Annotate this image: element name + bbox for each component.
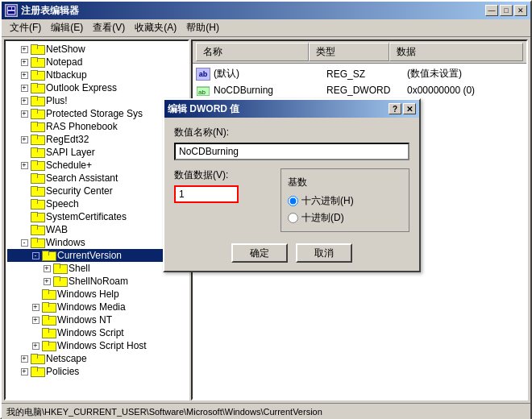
reg-icon-bin: ab: [196, 84, 210, 97]
dialog-left-col: 数值数据(V):: [174, 168, 271, 232]
ok-button[interactable]: 确定: [231, 243, 288, 263]
tree-item-protectedstorage[interactable]: + Protected Storage Sys: [7, 107, 186, 120]
status-bar: 我的电脑\HKEY_CURRENT_USER\Software\Microsof…: [2, 403, 530, 419]
tree-item-policies[interactable]: + Policies: [7, 365, 186, 378]
tree-item-phonebook[interactable]: RAS Phonebook: [7, 120, 186, 133]
dialog-title-bar: 编辑 DWORD 值 ? ✕: [164, 100, 419, 118]
tree-scroll[interactable]: + NetShow + Notepad + Ntbackup +: [6, 41, 188, 399]
title-bar: 注册表编辑器 — □ ✕: [2, 2, 530, 19]
tree-panel: + NetShow + Notepad + Ntbackup +: [4, 39, 189, 400]
tree-item-ntbackup[interactable]: + Ntbackup: [7, 68, 186, 81]
dialog-row: 数值数据(V): 基数 十六进制(H) 十进制(D): [174, 168, 409, 232]
dec-radio-item[interactable]: 十进制(D): [288, 211, 402, 225]
dialog-close-button[interactable]: ✕: [403, 103, 416, 114]
base-label: 基数: [288, 176, 402, 189]
hex-radio[interactable]: [288, 196, 298, 206]
svg-rect-1: [8, 7, 11, 10]
title-bar-left: 注册表编辑器: [5, 4, 79, 18]
svg-text:ab: ab: [198, 89, 206, 96]
reg-type-default: REG_SZ: [326, 68, 407, 80]
reg-type-nocdburning: REG_DWORD: [326, 85, 407, 96]
tree-item-systemcerts[interactable]: SystemCertificates: [7, 210, 186, 223]
status-text: 我的电脑\HKEY_CURRENT_USER\Software\Microsof…: [6, 406, 322, 418]
main-window: 注册表编辑器 — □ ✕ 文件(F)编辑(E)查看(V)收藏夹(A)帮助(H) …: [0, 0, 532, 419]
hex-label: 十六进制(H): [301, 194, 354, 208]
tree-item-scheduleplus[interactable]: + Schedule+: [7, 159, 186, 172]
menu-item-help[interactable]: 帮助(H): [181, 19, 224, 36]
name-input[interactable]: [174, 143, 409, 160]
dec-label: 十进制(D): [301, 211, 344, 225]
tree-item-netshow[interactable]: + NetShow: [7, 43, 186, 56]
tree-item-plus[interactable]: + Plus!: [7, 94, 186, 107]
tree-item-currentversion[interactable]: - CurrentVersion: [7, 249, 186, 262]
tree-item-notepad[interactable]: + Notepad: [7, 56, 186, 68]
tree-item-sapilayer[interactable]: SAPI Layer: [7, 146, 186, 159]
name-label: 数值名称(N):: [174, 126, 409, 139]
tree-item-windowsscripthost[interactable]: + Windows Script Host: [7, 339, 186, 352]
tree-item-speech[interactable]: Speech: [7, 197, 186, 210]
tree-item-regedt32[interactable]: + RegEdt32: [7, 133, 186, 146]
minimize-button[interactable]: —: [485, 5, 498, 16]
tree-item-windowsscript[interactable]: Windows Script: [7, 326, 186, 339]
reg-data-default: (数值未设置): [407, 67, 523, 81]
col-header-data: 数据: [389, 43, 523, 61]
edit-dword-dialog: 编辑 DWORD 值 ? ✕ 数值名称(N): 数值数据(V): 基数: [163, 98, 421, 272]
dialog-title-buttons: ? ✕: [389, 103, 416, 114]
svg-rect-0: [6, 6, 16, 15]
close-button[interactable]: ✕: [514, 5, 527, 16]
dialog-title-text: 编辑 DWORD 值: [168, 102, 239, 116]
reg-name-default: (默认): [214, 67, 326, 81]
tree-item-outlook[interactable]: + Outlook Express: [7, 81, 186, 94]
menu-item-edit[interactable]: 编辑(E): [46, 19, 88, 36]
svg-rect-3: [8, 11, 15, 14]
menu-bar: 文件(F)编辑(E)查看(V)收藏夹(A)帮助(H): [2, 19, 530, 37]
tree-item-shell[interactable]: + Shell: [7, 262, 186, 275]
tree-item-windowshelp[interactable]: Windows Help: [7, 288, 186, 301]
menu-item-view[interactable]: 查看(V): [88, 19, 130, 36]
reg-name-nocdburning: NoCDBurning: [214, 85, 326, 96]
window-title: 注册表编辑器: [21, 4, 79, 18]
regedit-icon: [5, 4, 18, 17]
col-header-name: 名称: [196, 43, 309, 61]
data-label: 数值数据(V):: [174, 168, 271, 182]
dialog-body: 数值名称(N): 数值数据(V): 基数 十六进制(H): [164, 118, 419, 271]
tree-item-searchassistant[interactable]: Search Assistant: [7, 172, 186, 185]
tree-item-windows[interactable]: - Windows: [7, 236, 186, 249]
reg-row-default[interactable]: ab (默认) REG_SZ (数值未设置): [196, 65, 523, 82]
tree-item-shellnoroam[interactable]: + ShellNoRoam: [7, 275, 186, 288]
registry-rows: ab (默认) REG_SZ (数值未设置) ab NoCDBurning RE…: [193, 64, 526, 100]
tree-item-windowsnt[interactable]: + Windows NT: [7, 313, 186, 326]
svg-rect-2: [12, 7, 15, 10]
reg-row-nocdburning[interactable]: ab NoCDBurning REG_DWORD 0x00000000 (0): [196, 82, 523, 98]
reg-data-nocdburning: 0x00000000 (0): [407, 85, 523, 96]
base-group: 基数 十六进制(H) 十进制(D): [281, 168, 409, 232]
menu-item-favorites[interactable]: 收藏夹(A): [130, 19, 181, 36]
data-value-input[interactable]: [174, 185, 239, 203]
tree-item-securitycenter[interactable]: Security Center: [7, 185, 186, 197]
radio-group: 十六进制(H) 十进制(D): [288, 194, 402, 225]
menu-item-file[interactable]: 文件(F): [5, 19, 46, 36]
maximize-button[interactable]: □: [500, 5, 513, 16]
col-header-type: 类型: [309, 43, 389, 61]
dialog-buttons: 确定 取消: [174, 243, 409, 263]
tree-item-windowsmedia[interactable]: + Windows Media: [7, 301, 186, 313]
column-headers: 名称 类型 数据: [193, 41, 526, 64]
title-buttons: — □ ✕: [485, 5, 527, 16]
tree-item-wab[interactable]: WAB: [7, 223, 186, 236]
dec-radio[interactable]: [288, 213, 298, 223]
reg-icon-ab: ab: [196, 68, 210, 81]
tree-item-netscape[interactable]: + Netscape: [7, 352, 186, 365]
cancel-button[interactable]: 取消: [296, 243, 352, 263]
hex-radio-item[interactable]: 十六进制(H): [288, 194, 402, 208]
dialog-help-button[interactable]: ?: [389, 103, 401, 114]
